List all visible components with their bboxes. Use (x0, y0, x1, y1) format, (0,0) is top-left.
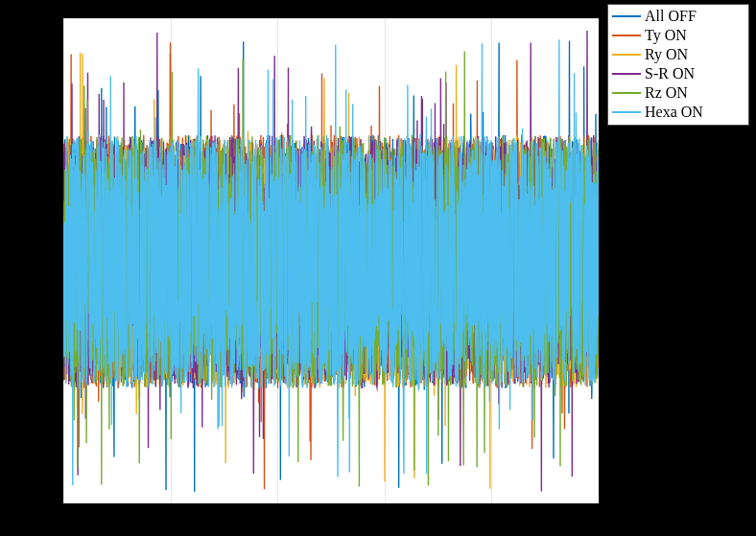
plot-area (62, 17, 600, 504)
legend-label: S-R ON (645, 65, 695, 82)
legend-item: S-R ON (612, 64, 744, 83)
legend-item: Hexa ON (612, 103, 744, 122)
gridline-h (63, 503, 599, 504)
legend-label: All OFF (645, 8, 697, 25)
legend-label: Ry ON (645, 46, 688, 63)
legend-item: All OFF (612, 7, 744, 26)
legend-item: Rz ON (612, 83, 744, 103)
gridline-v (599, 18, 600, 503)
legend: All OFFTy ONRy ONS-R ONRz ONHexa ON (607, 4, 749, 126)
legend-item: Ty ON (612, 26, 744, 45)
legend-item: Ry ON (612, 45, 744, 64)
legend-label: Hexa ON (645, 104, 703, 121)
legend-label: Ty ON (645, 27, 687, 44)
signal-canvas (63, 18, 600, 504)
legend-label: Rz ON (645, 84, 688, 102)
chart-container: All OFFTy ONRy ONS-R ONRz ONHexa ON (0, 0, 756, 536)
